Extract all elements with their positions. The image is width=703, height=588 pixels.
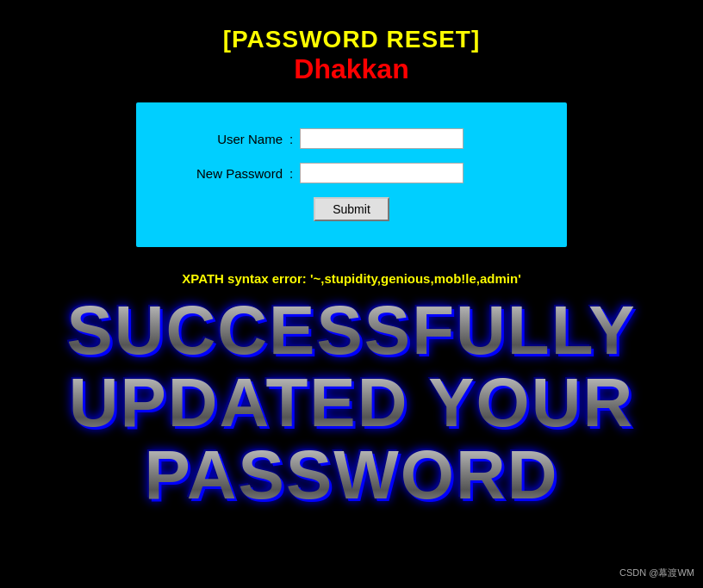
form-container: User Name : New Password : Submit <box>136 102 567 247</box>
success-line1: SUCCESSFULLY <box>66 294 636 367</box>
password-label: New Password <box>171 166 283 181</box>
username-input[interactable] <box>300 128 463 149</box>
page-subtitle: Dhakkan <box>223 53 481 85</box>
username-label: User Name <box>171 132 283 146</box>
success-section: SUCCESSFULLY UPDATED YOUR PASSWORD <box>66 294 636 511</box>
success-line3: PASSWORD <box>66 439 636 511</box>
password-colon: : <box>289 166 293 181</box>
header-section: [PASSWORD RESET] Dhakkan <box>223 26 481 85</box>
error-message: XPATH syntax error: '~,stupidity,genious… <box>182 271 520 286</box>
page-title: [PASSWORD RESET] <box>223 26 481 53</box>
password-input[interactable] <box>300 163 463 183</box>
username-row: User Name : <box>171 128 532 149</box>
password-row: New Password : <box>171 163 532 183</box>
submit-button[interactable]: Submit <box>314 197 389 221</box>
success-line2: UPDATED YOUR <box>66 367 636 439</box>
submit-row: Submit <box>171 197 532 221</box>
username-colon: : <box>289 132 293 146</box>
watermark: CSDN @幕渡WM <box>619 566 694 579</box>
